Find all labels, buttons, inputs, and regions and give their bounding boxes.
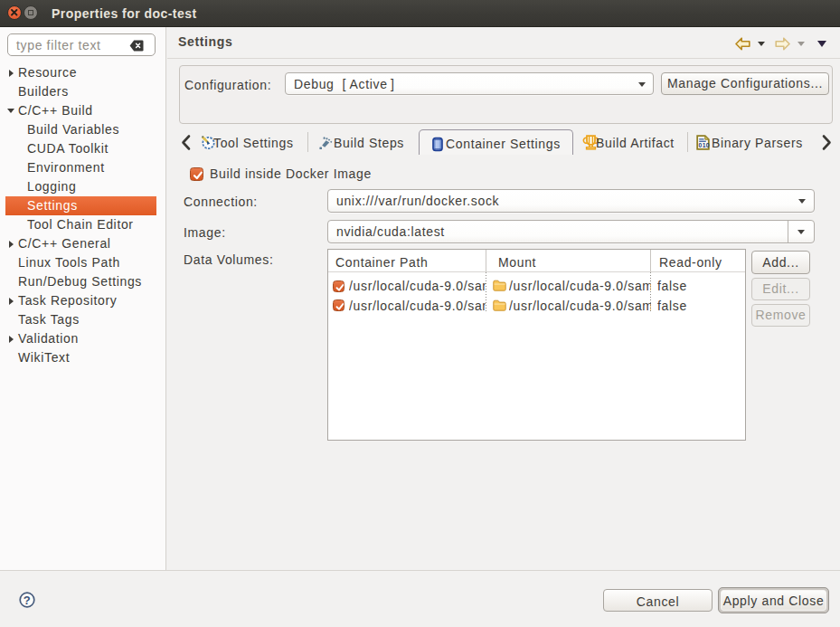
svg-text:010: 010 xyxy=(699,142,710,148)
svg-text:?: ? xyxy=(24,594,32,607)
